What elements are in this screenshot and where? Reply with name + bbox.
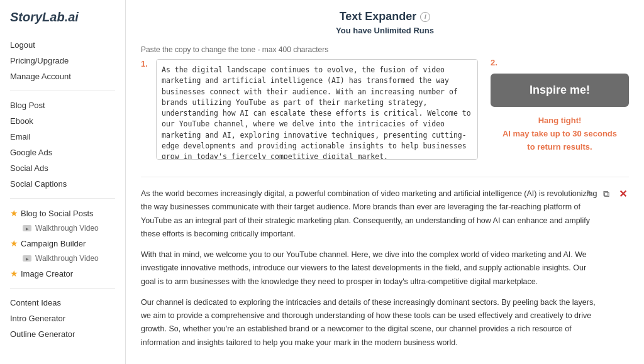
divider-2 — [10, 198, 115, 199]
unlimited-runs-badge: You have Unlimited Runs — [141, 26, 629, 35]
logo: StoryLab.ai — [0, 10, 125, 37]
sidebar: StoryLab.ai Logout Pricing/Upgrade Manag… — [0, 0, 126, 364]
sidebar-subitem-blog-walkthrough[interactable]: Walkthrough Video — [0, 221, 125, 235]
sidebar-item-manage-account[interactable]: Manage Account — [10, 69, 115, 84]
bottom-nav: Content Ideas Intro Generator Outline Ge… — [0, 295, 125, 342]
sidebar-item-image-creator[interactable]: ★ Image Creator — [0, 265, 125, 282]
sidebar-item-intro-generator[interactable]: Intro Generator — [10, 311, 115, 326]
sidebar-item-campaign-builder[interactable]: ★ Campaign Builder — [0, 235, 125, 251]
star-icon: ★ — [10, 208, 18, 218]
result-paragraph-2: With that in mind, we welcome you to our… — [141, 248, 597, 289]
main-nav: Blog Post Ebook Email Google Ads Social … — [0, 97, 125, 192]
sidebar-item-blog-to-social[interactable]: ★ Blog to Social Posts — [0, 205, 125, 221]
sidebar-item-logout[interactable]: Logout — [10, 37, 115, 53]
sidebar-item-ebook[interactable]: Ebook — [10, 113, 115, 129]
result-text: As the world becomes increasingly digita… — [141, 187, 629, 350]
hang-tight-message: Hang tight! AI may take up to 30 seconds… — [491, 114, 629, 153]
result-actions: ✎ ⧉ ✕ — [584, 187, 629, 200]
sidebar-item-social-captions[interactable]: Social Captions — [10, 176, 115, 192]
step-1-number: 1. — [141, 59, 151, 69]
title-row: Text Expander i — [141, 10, 629, 23]
sidebar-item-blog-post[interactable]: Blog Post — [10, 97, 115, 113]
top-nav: Logout Pricing/Upgrade Manage Account — [0, 37, 125, 84]
video-icon — [23, 225, 31, 231]
sidebar-item-content-ideas[interactable]: Content Ideas — [10, 295, 115, 311]
sidebar-item-outline-generator[interactable]: Outline Generator — [10, 326, 115, 342]
result-paragraph-1: As the world becomes increasingly digita… — [141, 187, 597, 241]
sidebar-item-social-ads[interactable]: Social Ads — [10, 160, 115, 176]
info-icon[interactable]: i — [420, 12, 430, 22]
col-left: Paste the copy to change the tone - max … — [141, 45, 478, 162]
col-right: 2. Inspire me! Hang tight! AI may take u… — [491, 45, 629, 153]
close-icon[interactable]: ✕ — [616, 187, 629, 200]
divider-1 — [10, 91, 115, 91]
edit-icon[interactable]: ✎ — [584, 187, 596, 200]
page-title: Text Expander — [340, 10, 417, 23]
sidebar-item-google-ads[interactable]: Google Ads — [10, 145, 115, 160]
divider-3 — [10, 288, 115, 289]
inspire-button[interactable]: Inspire me! — [491, 74, 629, 107]
star-icon-2: ★ — [10, 238, 18, 248]
sidebar-subitem-campaign-walkthrough[interactable]: Walkthrough Video — [0, 251, 125, 265]
input-label: Paste the copy to change the tone - max … — [141, 45, 478, 54]
star-icon-3: ★ — [10, 268, 18, 279]
step-2-number: 2. — [491, 58, 629, 67]
result-area: As the world becomes increasingly digita… — [141, 177, 629, 350]
copy-icon[interactable]: ⧉ — [600, 187, 613, 200]
expand-textarea[interactable] — [156, 59, 478, 160]
sidebar-item-pricing[interactable]: Pricing/Upgrade — [10, 53, 115, 69]
video-icon-2 — [23, 255, 31, 262]
textarea-wrapper — [156, 59, 478, 162]
sidebar-item-email[interactable]: Email — [10, 129, 115, 145]
input-section: Paste the copy to change the tone - max … — [141, 45, 629, 162]
result-paragraph-3: Our channel is dedicated to exploring th… — [141, 296, 597, 350]
numbered-row: 1. — [141, 59, 478, 162]
main-content: Text Expander i You have Unlimited Runs … — [126, 0, 644, 364]
